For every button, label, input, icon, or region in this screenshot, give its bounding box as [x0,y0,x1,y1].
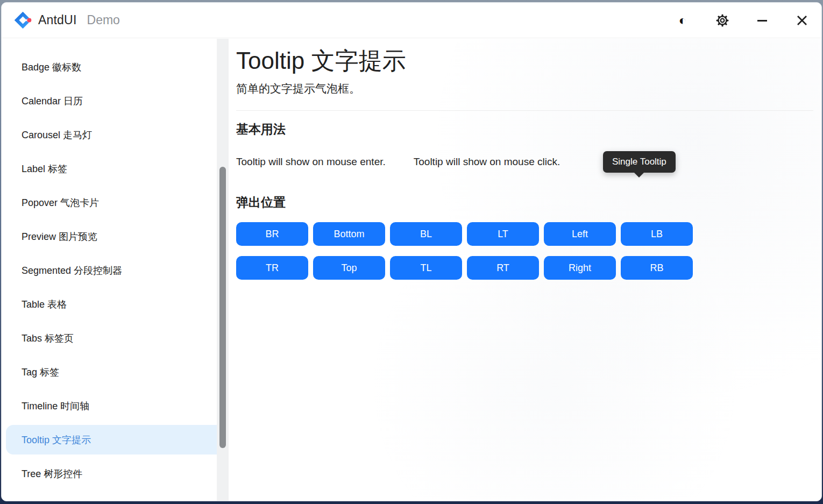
sidebar-item-tag[interactable]: Tag 标签 [2,355,217,389]
antdui-logo-icon [13,11,32,30]
placement-button-left[interactable]: Left [544,222,616,246]
placement-button-lt[interactable]: LT [467,222,539,246]
close-button[interactable] [793,11,811,30]
sidebar-item-label: Segmented 分段控制器 [22,264,122,277]
half-circle-theme-icon: ◐ [679,14,687,27]
placement-button-top[interactable]: Top [313,256,385,280]
gear-icon [715,13,729,27]
sidebar-item-label[interactable]: Label 标签 [2,152,217,186]
minimize-icon [756,14,769,27]
basic-demo-row: Tooltip will show on mouse enter. Toolti… [236,156,813,168]
sidebar-item-label: Popover 气泡卡片 [22,196,99,209]
placement-button-rb[interactable]: RB [621,256,693,280]
page-subtitle: 简单的文字提示气泡框。 [236,81,813,96]
minimize-button[interactable] [753,11,771,30]
placement-row-2: TR Top TL RT Right RB [236,256,813,280]
sidebar-item-carousel[interactable]: Carousel 走马灯 [2,118,217,152]
sidebar-item-label: Calendar 日历 [22,95,83,108]
placement-row-1: BR Bottom BL LT Left LB [236,222,813,246]
sidebar-scrollbar-track[interactable] [217,39,229,501]
sidebar-item-segmented[interactable]: Segmented 分段控制器 [2,253,217,287]
placement-button-lb[interactable]: LB [621,222,693,246]
section-heading-placement: 弹出位置 [236,194,813,211]
sidebar-item-label: Badge 徽标数 [22,61,81,74]
app-subtitle: Demo [87,13,120,27]
placement-button-bl[interactable]: BL [390,222,462,246]
divider [236,110,813,111]
sidebar-item-tree[interactable]: Tree 树形控件 [2,457,217,491]
placement-button-rt[interactable]: RT [467,256,539,280]
sidebar-item-label: Tabs 标签页 [22,332,74,345]
sidebar-item-calendar[interactable]: Calendar 日历 [2,84,217,118]
placement-button-bottom[interactable]: Bottom [313,222,385,246]
sidebar-item-badge[interactable]: Badge 徽标数 [2,50,217,84]
component-sidebar: Badge 徽标数 Calendar 日历 Carousel 走马灯 Label… [2,39,217,501]
sidebar-scrollbar-thumb[interactable] [219,167,226,448]
placement-button-right[interactable]: Right [544,256,616,280]
single-tooltip-popup: Single Tooltip [603,151,676,173]
sidebar-item-label: Label 标签 [22,162,67,175]
placement-button-tr[interactable]: TR [236,256,308,280]
sidebar-item-popover[interactable]: Popover 气泡卡片 [2,186,217,219]
main-content: Tooltip 文字提示 简单的文字提示气泡框。 基本用法 Tooltip wi… [229,39,821,501]
sidebar-item-label: Tag 标签 [22,366,59,379]
sidebar-item-label: Carousel 走马灯 [22,129,92,141]
placement-buttons: BR Bottom BL LT Left LB TR Top TL RT Rig… [236,222,813,280]
close-icon [796,14,808,27]
sidebar-item-label: Tree 树形控件 [22,467,82,480]
sidebar-item-label: Timeline 时间轴 [22,400,89,413]
titlebar: AntdUI Demo ◐ [2,3,821,38]
app-window: AntdUI Demo ◐ [1,2,822,501]
sidebar-item-preview[interactable]: Preview 图片预览 [2,219,217,253]
app-title: AntdUI [38,13,77,27]
tooltip-click-target[interactable]: Tooltip will show on mouse click. [414,156,560,168]
sidebar-item-label: Table 表格 [22,298,67,311]
settings-button[interactable] [713,11,732,30]
sidebar-item-tabs[interactable]: Tabs 标签页 [2,321,217,355]
sidebar-item-timeline[interactable]: Timeline 时间轴 [2,389,217,423]
theme-toggle-button[interactable]: ◐ [673,11,692,30]
placement-button-tl[interactable]: TL [390,256,462,280]
sidebar-item-label: Preview 图片预览 [22,230,97,243]
sidebar-item-table[interactable]: Table 表格 [2,287,217,321]
window-controls: ◐ [673,11,811,30]
page-title: Tooltip 文字提示 [236,47,813,74]
placement-button-br[interactable]: BR [236,222,308,246]
sidebar-item-tooltip[interactable]: Tooltip 文字提示 [2,423,217,457]
tooltip-hover-target[interactable]: Tooltip will show on mouse enter. [236,156,386,168]
app-brand: AntdUI Demo [13,11,120,30]
sidebar-item-label: Tooltip 文字提示 [22,434,91,446]
section-heading-basic: 基本用法 [236,121,813,138]
